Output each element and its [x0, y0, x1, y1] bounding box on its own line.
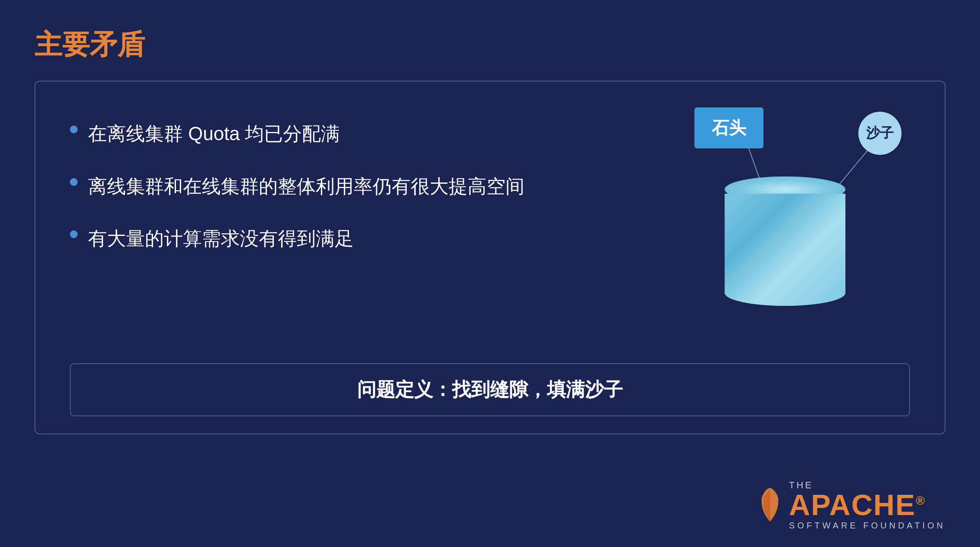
bullet-item-2: 离线集群和在线集群的整体利用率仍有很大提高空间 [70, 173, 660, 200]
bullet-dot-1 [70, 126, 78, 133]
apache-text-block: THE APACHE® SOFTWARE FOUNDATION [789, 481, 945, 530]
bullet-dot-2 [70, 178, 78, 186]
bullet-item-3: 有大量的计算需求没有得到满足 [70, 225, 660, 252]
cylinder-diagram [725, 176, 845, 306]
apache-logo: THE APACHE® SOFTWARE FOUNDATION [758, 481, 945, 530]
bottom-definition-box: 问题定义：找到缝隙，填满沙子 [70, 363, 910, 416]
slide-container: 主要矛盾 在离线集群 Quota 均已分配满 离线集群和在线集群的整体利用率仍有… [0, 0, 980, 547]
bottom-definition-text: 问题定义：找到缝隙，填满沙子 [357, 379, 623, 400]
bullet-text-2: 离线集群和在线集群的整体利用率仍有很大提高空间 [88, 173, 525, 200]
bullet-points: 在离线集群 Quota 均已分配满 离线集群和在线集群的整体利用率仍有很大提高空… [70, 107, 660, 252]
bullet-item-1: 在离线集群 Quota 均已分配满 [70, 120, 660, 147]
apache-feather-icon [758, 487, 782, 524]
bullet-text-3: 有大量的计算需求没有得到满足 [88, 225, 354, 252]
sand-label: 沙子 [858, 112, 901, 155]
stone-label: 石头 [694, 107, 763, 148]
diagram-area: 石头 沙子 [660, 107, 910, 306]
apache-sub-text: SOFTWARE FOUNDATION [789, 521, 945, 530]
slide-title: 主要矛盾 [35, 26, 945, 63]
apache-name-text: APACHE® [789, 490, 945, 519]
main-content-box: 在离线集群 Quota 均已分配满 离线集群和在线集群的整体利用率仍有很大提高空… [35, 81, 945, 434]
bullet-dot-3 [70, 230, 78, 238]
bullet-text-1: 在离线集群 Quota 均已分配满 [88, 120, 340, 147]
content-area: 在离线集群 Quota 均已分配满 离线集群和在线集群的整体利用率仍有很大提高空… [70, 107, 910, 355]
cylinder-body [725, 194, 845, 306]
cylinder [725, 176, 845, 306]
